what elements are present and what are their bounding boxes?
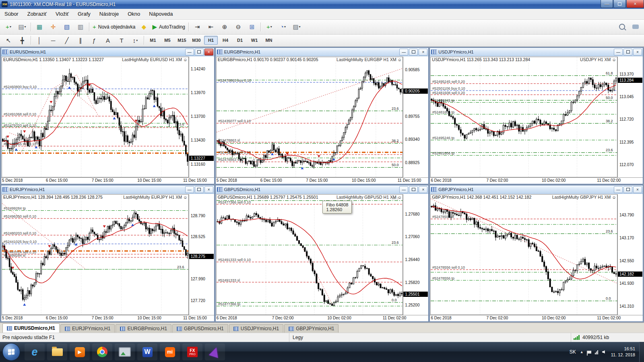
trendline-button[interactable]: ╱ (60, 35, 73, 46)
chart-plot[interactable]: 23.638.250.0#52478863 buy 0.10#52435077 … (216, 57, 403, 177)
chart-plot[interactable]: 23.6#52499284 tp#52496350 sell 0.10#5248… (2, 194, 189, 315)
navigator-button[interactable]: ✛ (47, 21, 60, 33)
chart-price-axis[interactable]: 113.370113.045112.720112.395112.070113.2… (617, 57, 643, 177)
timeframe-w1[interactable]: W1 (248, 36, 261, 45)
channel-button[interactable]: ∥ (74, 35, 87, 46)
chart-time-axis[interactable]: 6 Dec 20187 Dec 02:0010 Dec 02:0011 Dec … (216, 315, 429, 321)
menu-napoveda[interactable]: Nápoveda (144, 9, 177, 19)
chart-close-button[interactable]: × (633, 186, 642, 193)
menu-nastroje[interactable]: Nástroje (95, 9, 123, 19)
chart-titlebar[interactable]: GBPJPYmicro,H1 — × (430, 185, 643, 194)
chart-close-button[interactable]: × (419, 49, 427, 56)
indicators-button[interactable]: +▾ (263, 21, 276, 33)
tab-eurusdmicro[interactable]: EURUSDmicro,H1 (2, 323, 60, 333)
zoom-in-button[interactable]: ⊕ (218, 21, 231, 33)
chart-restore-button[interactable] (195, 49, 204, 56)
timeframe-h4[interactable]: H4 (219, 36, 232, 45)
crosshair-button[interactable]: ╋ (16, 35, 29, 46)
timeframe-m30[interactable]: M30 (190, 36, 203, 45)
show-desktop-button[interactable] (639, 342, 644, 362)
new-chart-button[interactable]: +▾ (2, 21, 15, 33)
chart-titlebar[interactable]: EURJPYmicro,H1 — × (1, 185, 214, 194)
auto-scroll-button[interactable]: ⇤ (204, 21, 217, 33)
fibonacci-button[interactable]: ƒ (88, 35, 101, 46)
chart-price-axis[interactable]: 1.276801.270601.264401.258201.252001.255… (403, 194, 428, 315)
chart-close-button[interactable]: × (419, 186, 427, 193)
tab-eurgbpmicro[interactable]: EURGBPmicro,H1 (116, 324, 171, 333)
taskbar-folder[interactable] (47, 343, 67, 360)
chart-body[interactable]: EURJPYmicro,H1 128.394 128.495 128.236 1… (1, 194, 214, 321)
chart-close-button[interactable]: × (204, 49, 213, 56)
tab-eurjpymicro[interactable]: EURJPYmicro,H1 (60, 324, 115, 333)
timeframe-m5[interactable]: M5 (161, 36, 174, 45)
menu-grafy[interactable]: Grafy (73, 9, 95, 19)
chart-minimize-button[interactable]: — (399, 49, 408, 56)
vertical-line-button[interactable]: │ (33, 35, 46, 46)
text-label-button[interactable]: T (115, 35, 128, 46)
menu-subor[interactable]: Súbor (0, 9, 23, 19)
taskbar-fxpro[interactable]: FXPRO (182, 343, 202, 360)
tab-usdjpymicro[interactable]: USDJPYmicro,H1 (229, 324, 283, 333)
chart-minimize-button[interactable]: — (614, 186, 623, 193)
timeframe-mn[interactable]: MN (262, 36, 276, 45)
taskbar-word[interactable]: W (137, 343, 157, 360)
start-button[interactable] (2, 343, 20, 361)
tab-gbpjpymicro[interactable]: GBPJPYmicro,H1 (284, 324, 339, 333)
network-icon[interactable] (595, 350, 599, 354)
chart-time-axis[interactable]: 6 Dec 20187 Dec 02:0010 Dec 02:0011 Dec … (430, 315, 643, 321)
chart-plot[interactable]: 61.850.038.223.6#52495245 sell 0.20#5250… (430, 57, 617, 177)
chart-titlebar[interactable]: EURGBPmicro,H1 — × (216, 48, 429, 56)
chart-restore-button[interactable] (195, 186, 204, 193)
chart-time-axis[interactable]: 6 Dec 20187 Dec 02:0010 Dec 02:0011 Dec … (430, 177, 643, 184)
language-indicator[interactable]: SK (570, 349, 576, 355)
chart-titlebar[interactable]: EURUSDmicro,H1 — × (1, 48, 214, 56)
chart-plot[interactable]: 38.223.60.0#52477366 sell 0.10#52491333 … (216, 194, 403, 315)
timeframe-m1[interactable]: M1 (146, 36, 160, 45)
hidden-icons-chevron[interactable]: ▲ (580, 350, 584, 354)
horizontal-line-button[interactable]: ─ (47, 35, 60, 46)
taskbar-media-player[interactable]: ▶ (70, 343, 90, 360)
new-order-button[interactable]: +Nová objednávka (91, 21, 137, 33)
market-watch-button[interactable]: ▦ (33, 21, 46, 33)
cursor-button[interactable]: ↖ (2, 35, 15, 46)
chart-time-axis[interactable]: 5 Dec 20186 Dec 15:007 Dec 15:0010 Dec 1… (1, 177, 214, 184)
chart-price-axis[interactable]: 143.790143.170142.550141.930141.310142.1… (617, 194, 643, 315)
chart-titlebar[interactable]: GBPUSDmicro,H1 — × (216, 185, 429, 194)
chart-minimize-button[interactable]: — (399, 186, 408, 193)
menu-okno[interactable]: Okno (123, 9, 144, 19)
taskbar-chrome[interactable] (92, 343, 112, 360)
search-button[interactable] (615, 21, 628, 33)
arrows-button[interactable]: ↕▾ (129, 35, 142, 46)
action-center-flag-icon[interactable] (588, 351, 591, 354)
chart-body[interactable]: USDJPYmicro,H1 113.265 113.343 113.213 1… (430, 56, 643, 184)
profiles-button[interactable]: ▤▾ (16, 21, 29, 33)
taskbar-clock[interactable]: 16:51 11. 12. 2018 (611, 346, 635, 358)
chat-button[interactable] (629, 21, 642, 33)
window-maximize-button[interactable] (613, 0, 626, 8)
chart-body[interactable]: GBPUSDmicro,H1 1.25689 1.25797 1.25475 1… (216, 194, 429, 321)
taskbar-screenshot-tool[interactable] (115, 343, 135, 360)
autotrading-button[interactable]: ▶AutoTrading (151, 21, 186, 33)
chart-plot[interactable]: 23.6#52460800 buy 0.10#52491068 sell 0.1… (2, 57, 189, 177)
window-titlebar[interactable]: XM 18011300: XM.COM-Real 18 - EURUSDmicr… (0, 0, 644, 9)
chart-titlebar[interactable]: USDJPYmicro,H1 — × (430, 48, 643, 56)
chart-close-button[interactable]: × (633, 49, 642, 56)
taskbar-internet-explorer[interactable]: e (25, 343, 45, 360)
chart-time-axis[interactable]: 5 Dec 20186 Dec 15:007 Dec 15:0010 Dec 1… (216, 177, 429, 184)
chart-body[interactable]: EURGBPmicro,H1 0.90170 0.90237 0.90145 0… (216, 56, 429, 184)
chart-shift-button[interactable]: ⇥ (191, 21, 204, 33)
menu-vlozit[interactable]: Vložiť (51, 9, 73, 19)
data-window-button[interactable]: ▧ (60, 21, 73, 33)
chart-restore-button[interactable] (623, 49, 632, 56)
chart-time-axis[interactable]: 5 Dec 20186 Dec 15:007 Dec 15:0010 Dec 1… (1, 315, 214, 321)
chart-minimize-button[interactable]: — (185, 49, 194, 56)
taskbar-purple-app[interactable] (205, 343, 225, 360)
chart-body[interactable]: EURUSDmicro,H1 1.13350 1.13407 1.13223 1… (1, 56, 214, 184)
volume-icon[interactable] (602, 350, 605, 354)
chart-body[interactable]: GBPJPYmicro,H1 142.368 142.451 142.152 1… (430, 194, 643, 321)
timeframe-d1[interactable]: D1 (233, 36, 247, 45)
chart-restore-button[interactable] (409, 49, 418, 56)
periods-button[interactable]: ◔▾ (277, 21, 289, 33)
chart-restore-button[interactable] (623, 186, 632, 193)
chart-minimize-button[interactable]: — (614, 49, 623, 56)
